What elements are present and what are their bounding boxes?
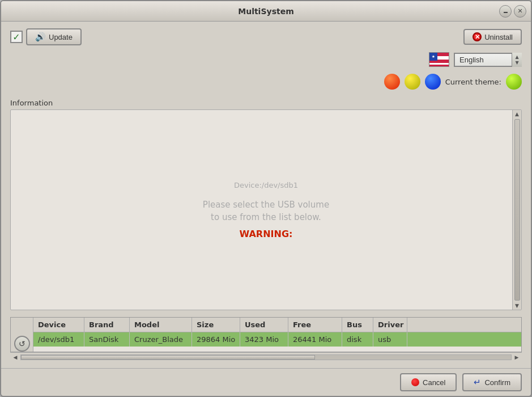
cell-driver: usb <box>373 332 407 347</box>
table-outer: ↺ Device Brand Model Size Used Free Bus … <box>10 317 522 352</box>
info-box: Device:/dev/sdb1 Please select the USB v… <box>10 109 522 310</box>
update-icon: 🔊 <box>35 32 46 42</box>
theme-row: Current theme: <box>10 74 522 90</box>
confirm-button[interactable]: ↵ Confirm <box>462 373 522 391</box>
cell-model: Cruzer_Blade <box>130 332 192 347</box>
toolbar-row: ✓ 🔊 Update ✕ Uninstall <box>10 28 522 45</box>
cell-free: 26441 Mio <box>288 332 342 347</box>
cell-brand: SanDisk <box>84 332 130 347</box>
col-header-driver: Driver <box>373 318 407 332</box>
cell-device: /dev/sdb1 <box>33 332 84 347</box>
close-button[interactable]: ✕ <box>514 5 526 18</box>
minimize-button[interactable]: 🗕 <box>499 5 512 18</box>
info-main-text: Please select the USB volumeto use from … <box>203 198 329 224</box>
col-header-brand: Brand <box>84 318 130 332</box>
info-label: Information <box>10 99 522 107</box>
hscroll-track <box>20 354 512 360</box>
theme-red-button[interactable] <box>384 74 400 90</box>
update-checkbox[interactable]: ✓ <box>10 31 23 43</box>
flag-icon: ★ <box>429 52 449 67</box>
cell-bus: disk <box>342 332 373 347</box>
content-area: ✓ 🔊 Update ✕ Uninstall ★ <box>1 22 531 368</box>
scroll-thumb[interactable] <box>514 119 520 301</box>
theme-blue-button[interactable] <box>425 74 441 90</box>
language-row: ★ English Français Deutsch Español Itali… <box>10 52 522 67</box>
toolbar-left: ✓ 🔊 Update <box>10 28 82 45</box>
theme-yellow-button[interactable] <box>405 74 420 90</box>
info-section: Information Device:/dev/sdb1 Please sele… <box>10 99 522 310</box>
cell-used: 3423 Mio <box>240 332 288 347</box>
confirm-icon: ↵ <box>474 377 481 387</box>
device-table-section: ↺ Device Brand Model Size Used Free Bus … <box>10 317 522 361</box>
scroll-down-button[interactable]: ▼ <box>513 302 521 310</box>
col-header-model: Model <box>130 318 192 332</box>
col-header-device: Device <box>33 318 84 332</box>
col-header-bus: Bus <box>342 318 373 332</box>
refresh-button[interactable]: ↺ <box>14 336 30 352</box>
uninstall-button[interactable]: ✕ Uninstall <box>463 29 522 45</box>
col-header-used: Used <box>240 318 288 332</box>
table-header: Device Brand Model Size Used Free Bus Dr… <box>33 318 521 332</box>
bottom-bar: Cancel ↵ Confirm <box>1 368 531 396</box>
cell-size: 29864 Mio <box>192 332 240 347</box>
confirm-label: Confirm <box>484 378 510 387</box>
toolbar-right: ✕ Uninstall <box>463 29 522 45</box>
current-theme-label: Current theme: <box>445 78 501 86</box>
col-header-free: Free <box>288 318 342 332</box>
check-icon: ✓ <box>12 32 20 43</box>
horizontal-scrollbar: ◀ ▶ <box>10 352 522 361</box>
select-arrows: ▲ ▼ <box>512 53 522 67</box>
warning-text: WARNING: <box>240 229 293 239</box>
window-controls: 🗕 ✕ <box>499 5 526 18</box>
main-window: MultiSystem 🗕 ✕ ✓ 🔊 Update <box>0 0 532 397</box>
window-title: MultiSystem <box>238 7 294 16</box>
device-text: Device:/dev/sdb1 <box>234 181 298 189</box>
language-select-wrapper: English Français Deutsch Español Italian… <box>454 53 522 67</box>
arrow-up-icon: ▲ <box>515 54 518 60</box>
cancel-icon <box>411 378 419 386</box>
update-label: Update <box>49 33 73 41</box>
table-main: Device Brand Model Size Used Free Bus Dr… <box>33 318 521 352</box>
title-bar: MultiSystem 🗕 ✕ <box>1 1 531 22</box>
arrow-down-icon: ▼ <box>515 60 518 65</box>
hscroll-left-button[interactable]: ◀ <box>11 354 19 361</box>
uninstall-label: Uninstall <box>484 33 513 41</box>
uninstall-icon: ✕ <box>473 32 482 41</box>
info-scrollbar: ▲ ▼ <box>512 110 521 310</box>
table-side: ↺ <box>11 318 33 352</box>
cancel-button[interactable]: Cancel <box>400 373 457 391</box>
table-row[interactable]: /dev/sdb1 SanDisk Cruzer_Blade 29864 Mio… <box>33 332 521 347</box>
scroll-up-button[interactable]: ▲ <box>513 110 521 118</box>
update-button[interactable]: 🔊 Update <box>26 28 82 45</box>
col-header-size: Size <box>192 318 240 332</box>
minimize-icon: 🗕 <box>503 7 509 15</box>
cancel-label: Cancel <box>423 378 445 387</box>
theme-current-indicator <box>506 74 522 90</box>
table-body: /dev/sdb1 SanDisk Cruzer_Blade 29864 Mio… <box>33 332 521 347</box>
close-icon: ✕ <box>517 7 522 15</box>
hscroll-right-button[interactable]: ▶ <box>513 354 521 361</box>
hscroll-thumb[interactable] <box>21 355 315 360</box>
